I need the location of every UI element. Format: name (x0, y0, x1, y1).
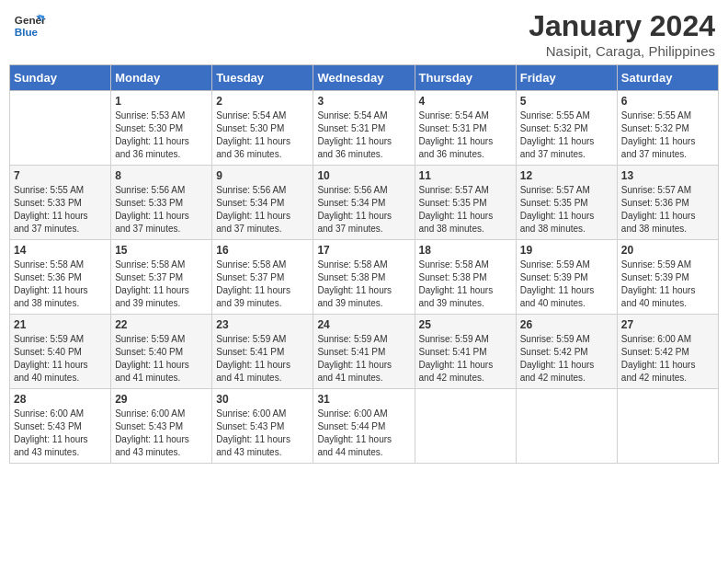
day-number: 24 (317, 318, 410, 331)
day-number: 20 (621, 244, 714, 257)
day-number: 19 (520, 244, 613, 257)
day-info: Sunrise: 5:59 AMSunset: 5:40 PMDaylight:… (14, 333, 107, 385)
calendar-cell: 23Sunrise: 5:59 AMSunset: 5:41 PMDayligh… (212, 315, 313, 389)
day-number: 18 (419, 244, 512, 257)
calendar-cell: 3Sunrise: 5:54 AMSunset: 5:31 PMDaylight… (313, 91, 415, 166)
day-info: Sunrise: 5:59 AMSunset: 5:41 PMDaylight:… (419, 333, 512, 385)
day-header-wednesday: Wednesday (313, 65, 415, 91)
day-header-saturday: Saturday (617, 65, 718, 91)
day-info: Sunrise: 5:59 AMSunset: 5:40 PMDaylight:… (115, 333, 208, 385)
calendar-cell (617, 389, 718, 464)
title-block: January 2024 Nasipit, Caraga, Philippine… (529, 9, 715, 59)
day-number: 11 (419, 169, 512, 182)
calendar-cell: 7Sunrise: 5:55 AMSunset: 5:33 PMDaylight… (10, 166, 111, 240)
calendar-header-row: SundayMondayTuesdayWednesdayThursdayFrid… (10, 65, 719, 91)
day-number: 14 (14, 244, 107, 257)
day-info: Sunrise: 5:56 AMSunset: 5:34 PMDaylight:… (317, 184, 410, 236)
day-number: 16 (216, 244, 309, 257)
calendar-cell: 11Sunrise: 5:57 AMSunset: 5:35 PMDayligh… (415, 166, 516, 240)
calendar-cell: 15Sunrise: 5:58 AMSunset: 5:37 PMDayligh… (111, 240, 212, 315)
day-info: Sunrise: 5:58 AMSunset: 5:36 PMDaylight:… (14, 259, 107, 310)
day-info: Sunrise: 5:59 AMSunset: 5:39 PMDaylight:… (520, 259, 613, 310)
week-row-3: 14Sunrise: 5:58 AMSunset: 5:36 PMDayligh… (10, 240, 719, 315)
day-number: 7 (14, 169, 107, 182)
day-number: 3 (317, 95, 410, 108)
day-number: 21 (14, 318, 107, 331)
day-info: Sunrise: 5:59 AMSunset: 5:41 PMDaylight:… (216, 333, 309, 385)
calendar-cell (415, 389, 516, 464)
calendar-cell: 31Sunrise: 6:00 AMSunset: 5:44 PMDayligh… (313, 389, 415, 464)
day-info: Sunrise: 6:00 AMSunset: 5:42 PMDaylight:… (621, 333, 714, 385)
day-number: 5 (520, 95, 613, 108)
day-header-monday: Monday (111, 65, 212, 91)
day-number: 2 (216, 95, 309, 108)
calendar-cell: 6Sunrise: 5:55 AMSunset: 5:32 PMDaylight… (617, 91, 718, 166)
day-info: Sunrise: 5:54 AMSunset: 5:31 PMDaylight:… (419, 109, 512, 161)
day-info: Sunrise: 5:55 AMSunset: 5:32 PMDaylight:… (621, 109, 714, 161)
calendar-cell: 24Sunrise: 5:59 AMSunset: 5:41 PMDayligh… (313, 315, 415, 389)
day-number: 30 (216, 393, 309, 406)
day-info: Sunrise: 5:55 AMSunset: 5:32 PMDaylight:… (520, 109, 613, 161)
day-info: Sunrise: 5:57 AMSunset: 5:36 PMDaylight:… (621, 184, 714, 236)
day-header-tuesday: Tuesday (212, 65, 313, 91)
day-info: Sunrise: 5:58 AMSunset: 5:37 PMDaylight:… (115, 259, 208, 310)
calendar-cell: 19Sunrise: 5:59 AMSunset: 5:39 PMDayligh… (516, 240, 617, 315)
calendar-cell: 17Sunrise: 5:58 AMSunset: 5:38 PMDayligh… (313, 240, 415, 315)
calendar-cell: 8Sunrise: 5:56 AMSunset: 5:33 PMDaylight… (111, 166, 212, 240)
week-row-1: 1Sunrise: 5:53 AMSunset: 5:30 PMDaylight… (10, 91, 719, 166)
day-number: 29 (115, 393, 208, 406)
calendar-cell: 5Sunrise: 5:55 AMSunset: 5:32 PMDaylight… (516, 91, 617, 166)
day-number: 23 (216, 318, 309, 331)
calendar-cell: 29Sunrise: 6:00 AMSunset: 5:43 PMDayligh… (111, 389, 212, 464)
day-info: Sunrise: 5:56 AMSunset: 5:33 PMDaylight:… (115, 184, 208, 236)
calendar-cell: 25Sunrise: 5:59 AMSunset: 5:41 PMDayligh… (415, 315, 516, 389)
day-info: Sunrise: 5:59 AMSunset: 5:42 PMDaylight:… (520, 333, 613, 385)
day-number: 31 (317, 393, 410, 406)
calendar-cell: 22Sunrise: 5:59 AMSunset: 5:40 PMDayligh… (111, 315, 212, 389)
day-number: 12 (520, 169, 613, 182)
calendar-cell: 9Sunrise: 5:56 AMSunset: 5:34 PMDaylight… (212, 166, 313, 240)
calendar-cell (516, 389, 617, 464)
day-number: 13 (621, 169, 714, 182)
main-title: January 2024 (529, 9, 715, 43)
calendar-cell: 2Sunrise: 5:54 AMSunset: 5:30 PMDaylight… (212, 91, 313, 166)
calendar-cell: 16Sunrise: 5:58 AMSunset: 5:37 PMDayligh… (212, 240, 313, 315)
svg-text:Blue: Blue (15, 26, 39, 38)
day-info: Sunrise: 5:57 AMSunset: 5:35 PMDaylight:… (520, 184, 613, 236)
calendar-cell: 20Sunrise: 5:59 AMSunset: 5:39 PMDayligh… (617, 240, 718, 315)
calendar-cell: 30Sunrise: 6:00 AMSunset: 5:43 PMDayligh… (212, 389, 313, 464)
calendar-cell: 28Sunrise: 6:00 AMSunset: 5:43 PMDayligh… (10, 389, 111, 464)
day-info: Sunrise: 6:00 AMSunset: 5:44 PMDaylight:… (317, 408, 410, 459)
calendar-cell: 13Sunrise: 5:57 AMSunset: 5:36 PMDayligh… (617, 166, 718, 240)
day-number: 15 (115, 244, 208, 257)
day-number: 10 (317, 169, 410, 182)
calendar-cell: 12Sunrise: 5:57 AMSunset: 5:35 PMDayligh… (516, 166, 617, 240)
calendar-body: 1Sunrise: 5:53 AMSunset: 5:30 PMDaylight… (10, 91, 719, 464)
day-number: 8 (115, 169, 208, 182)
calendar-cell: 21Sunrise: 5:59 AMSunset: 5:40 PMDayligh… (10, 315, 111, 389)
day-header-friday: Friday (516, 65, 617, 91)
day-info: Sunrise: 5:56 AMSunset: 5:34 PMDaylight:… (216, 184, 309, 236)
calendar-cell: 18Sunrise: 5:58 AMSunset: 5:38 PMDayligh… (415, 240, 516, 315)
calendar-cell: 10Sunrise: 5:56 AMSunset: 5:34 PMDayligh… (313, 166, 415, 240)
day-info: Sunrise: 5:54 AMSunset: 5:31 PMDaylight:… (317, 109, 410, 161)
calendar-cell: 1Sunrise: 5:53 AMSunset: 5:30 PMDaylight… (111, 91, 212, 166)
day-info: Sunrise: 5:59 AMSunset: 5:39 PMDaylight:… (621, 259, 714, 310)
day-info: Sunrise: 5:58 AMSunset: 5:38 PMDaylight:… (317, 259, 410, 310)
day-info: Sunrise: 6:00 AMSunset: 5:43 PMDaylight:… (14, 408, 107, 459)
day-number: 6 (621, 95, 714, 108)
day-header-sunday: Sunday (10, 65, 111, 91)
subtitle: Nasipit, Caraga, Philippines (529, 43, 715, 59)
day-info: Sunrise: 5:58 AMSunset: 5:38 PMDaylight:… (419, 259, 512, 310)
day-info: Sunrise: 5:57 AMSunset: 5:35 PMDaylight:… (419, 184, 512, 236)
calendar-cell: 14Sunrise: 5:58 AMSunset: 5:36 PMDayligh… (10, 240, 111, 315)
day-number: 9 (216, 169, 309, 182)
day-info: Sunrise: 5:58 AMSunset: 5:37 PMDaylight:… (216, 259, 309, 310)
day-number: 1 (115, 95, 208, 108)
day-info: Sunrise: 5:54 AMSunset: 5:30 PMDaylight:… (216, 109, 309, 161)
day-number: 4 (419, 95, 512, 108)
day-number: 22 (115, 318, 208, 331)
page-header: General Blue January 2024 Nasipit, Carag… (9, 9, 719, 59)
day-number: 25 (419, 318, 512, 331)
calendar-table: SundayMondayTuesdayWednesdayThursdayFrid… (9, 64, 719, 464)
